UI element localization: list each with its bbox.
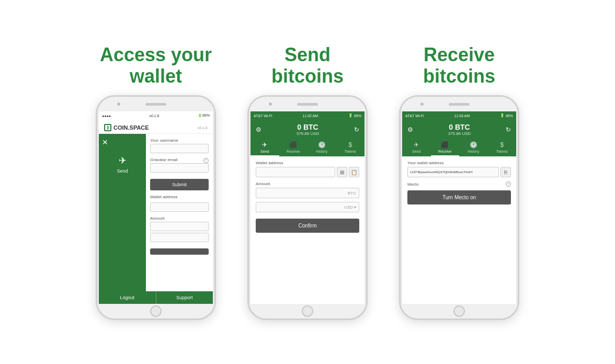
receive-title: Receive bitcoins — [423, 44, 495, 87]
wallet-address-label: Wallet address — [150, 195, 209, 199]
app1-footer: Logout Support — [99, 291, 213, 304]
home-button-3[interactable] — [453, 305, 465, 317]
nav-tabs-3: ✈ Send ⬛ Receive 🕐 History $ Tokens — [402, 139, 516, 156]
tab-send-3[interactable]: ✈ Send — [402, 139, 431, 156]
logo-icon: ₿ — [104, 124, 111, 131]
amount-input-2[interactable] — [150, 233, 209, 242]
mecto-info-icon[interactable]: ? — [506, 181, 511, 187]
close-icon[interactable]: ✕ — [102, 138, 143, 146]
history-tab-icon-3: 🕐 — [470, 141, 477, 149]
wallet-address-label-2: Wallet address — [256, 161, 359, 165]
speaker-1 — [145, 103, 166, 106]
wallet-address-field-2: Wallet address ⊞ 📋 — [256, 161, 359, 177]
wallet-address-input-2[interactable] — [256, 167, 335, 177]
status-bar-1: ●●●● v0.1.6 🔋89% — [99, 111, 213, 120]
phone-wallet: ●●●● v0.1.6 🔋89% ₿ COIN.SPACE v0.1.6 — [96, 95, 216, 320]
status-right-3: 🔋89% — [500, 113, 513, 118]
receive-section: Receive bitcoins AT&T Wi-Fi 11:03 AM 🔋89… — [399, 44, 519, 321]
tab-history-3[interactable]: 🕐 History — [459, 139, 488, 156]
amount-group: Amount — [150, 216, 209, 242]
status-left-1: ●●●● — [102, 114, 111, 118]
send-tab-icon-3: ✈ — [414, 141, 419, 149]
username-label: Your username — [150, 138, 209, 143]
address-with-copy: 116T3EpsanGxmh6QX7QjVWxM5unLTAoK4 ⎘ — [407, 167, 511, 177]
phone-bottom-bar-2 — [249, 304, 366, 318]
receive-app-header: ⚙ 0 BTC 375.86 USD ↻ — [402, 120, 516, 139]
page-container: Access your wallet ●●●● v0.1.6 🔋89% ₿ — [10, 44, 605, 321]
turn-mecto-button[interactable]: Turn Mecto on — [407, 190, 511, 204]
tab-receive-3[interactable]: ⬛ Receive — [431, 139, 460, 156]
receive-tab-icon-3: ⬛ — [441, 141, 449, 149]
amount-field-2: Amount BTC USD ▾ — [256, 181, 359, 212]
status-right-2: 🔋89% — [348, 113, 361, 118]
tab-tokens-2[interactable]: $ Tokens — [336, 139, 365, 156]
refresh-icon-2[interactable]: ↻ — [354, 126, 359, 133]
balance-usd-2: 375.86 USD — [297, 131, 320, 136]
tab-receive-2[interactable]: ⬛ Receive — [279, 139, 308, 156]
home-button-2[interactable] — [302, 305, 313, 317]
copy-address-button[interactable]: ⎘ — [500, 167, 511, 177]
amount-label-2: Amount — [256, 181, 359, 186]
phone-bottom-bar-3 — [401, 304, 518, 318]
receive-form: Your wallet address 116T3EpsanGxmh6QX7Qj… — [402, 156, 516, 304]
phone-top-bar-2 — [249, 97, 366, 111]
front-camera-3 — [420, 103, 424, 106]
refresh-icon-3[interactable]: ↻ — [506, 126, 511, 133]
status-bar-2: AT&T Wi-Fi 11:02 AM 🔋89% — [250, 111, 365, 120]
gravatar-input[interactable] — [150, 163, 209, 173]
wallet-section: Access your wallet ●●●● v0.1.6 🔋89% ₿ — [96, 44, 216, 321]
usd-suffix: USD ▾ — [344, 205, 356, 210]
balance-btc-2: 0 BTC — [297, 123, 320, 131]
tokens-tab-icon-2: $ — [348, 141, 352, 149]
phone-top-bar-1 — [97, 97, 214, 111]
confirm-button-1[interactable] — [150, 248, 209, 255]
wallet-address-display: 116T3EpsanGxmh6QX7QjVWxM5unLTAoK4 — [407, 167, 499, 177]
btc-suffix: BTC — [348, 191, 356, 196]
btc-input[interactable] — [256, 188, 359, 198]
mecto-field: Mecto ? Turn Mecto on — [407, 181, 511, 204]
paste-button[interactable]: 📋 — [349, 167, 359, 177]
amount-input-1[interactable] — [150, 222, 209, 231]
sidebar-send-button[interactable]: ✈ Send — [102, 155, 143, 174]
qr-scan-button[interactable]: ⊞ — [337, 167, 347, 177]
send-app-header: ⚙ 0 BTC 375.86 USD ↻ — [250, 120, 365, 139]
tab-history-2[interactable]: 🕐 History — [308, 139, 336, 156]
submit-button[interactable]: Submit — [150, 179, 209, 190]
tab-send-2[interactable]: ✈ Send — [250, 139, 279, 156]
info-icon[interactable]: ? — [203, 158, 209, 163]
settings-icon-3[interactable]: ⚙ — [407, 126, 413, 133]
phone-send: AT&T Wi-Fi 11:02 AM 🔋89% ⚙ 0 BTC 375.86 … — [247, 95, 368, 320]
balance-btc-3: 0 BTC — [448, 123, 471, 131]
username-input[interactable] — [150, 144, 209, 153]
gravatar-label-row: Gravatar email ? — [150, 157, 209, 163]
status-left-2: AT&T Wi-Fi — [254, 114, 272, 118]
speaker-3 — [449, 103, 470, 106]
tab-tokens-3[interactable]: $ Tokens — [488, 139, 517, 156]
nav-tabs-2: ✈ Send ⬛ Receive 🕐 History $ Tokens — [250, 139, 365, 156]
status-time-3: 11:03 AM — [454, 114, 470, 118]
phone-screen-1: ●●●● v0.1.6 🔋89% ₿ COIN.SPACE v0.1.6 — [99, 111, 213, 304]
coin-space-logo: ₿ COIN.SPACE — [104, 124, 149, 131]
phone-bottom-bar-1 — [97, 304, 214, 318]
login-form: Your username Gravatar email ? Submit — [146, 134, 213, 291]
wallet-address-input[interactable] — [150, 202, 209, 212]
support-button[interactable]: Support — [156, 291, 213, 304]
status-right-1: 🔋89% — [198, 113, 210, 118]
version-text: v0.1.6 — [198, 126, 208, 130]
status-bar-3: AT&T Wi-Fi 11:03 AM 🔋89% — [402, 111, 516, 120]
wallet-title: Access your wallet — [100, 44, 212, 87]
settings-icon-2[interactable]: ⚙ — [256, 126, 261, 133]
speaker-2 — [297, 103, 318, 106]
phone-screen-3: AT&T Wi-Fi 11:03 AM 🔋89% ⚙ 0 BTC 375.86 … — [402, 111, 516, 304]
home-button-1[interactable] — [150, 305, 162, 317]
usd-input-wrap: USD ▾ — [256, 202, 359, 212]
your-wallet-address-label: Your wallet address — [407, 161, 511, 165]
phone-top-bar-3 — [401, 97, 518, 111]
wallet-address-input-row: ⊞ 📋 — [256, 167, 359, 177]
your-wallet-address-field: Your wallet address 116T3EpsanGxmh6QX7Qj… — [407, 161, 511, 177]
sidebar-panel: ✕ ✈ Send — [99, 134, 146, 291]
amount-label: Amount — [150, 216, 209, 221]
confirm-button[interactable]: Confirm — [256, 219, 359, 233]
logout-button[interactable]: Logout — [99, 291, 156, 304]
status-time-2: 11:02 AM — [302, 114, 318, 118]
